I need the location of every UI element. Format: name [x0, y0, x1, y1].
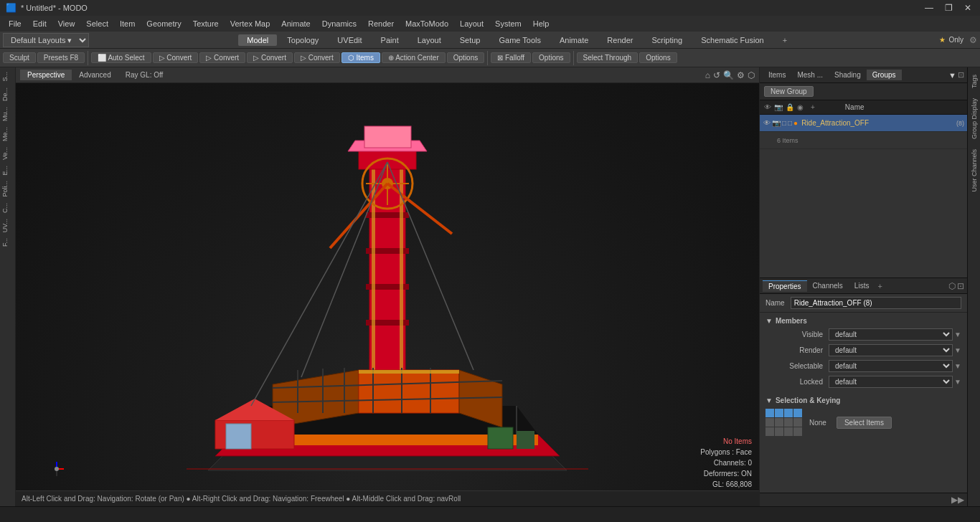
presets-button[interactable]: Presets F8 [37, 52, 85, 63]
sculpt-button[interactable]: Sculpt [3, 52, 36, 63]
menu-vertexmap[interactable]: Vertex Map [225, 18, 276, 29]
ls-uv[interactable]: UV... [0, 216, 15, 235]
ls-c[interactable]: C... [0, 200, 15, 216]
vtab-user-channels[interactable]: User Channels [969, 145, 979, 196]
gr-render-icon[interactable]: 📷 [772, 119, 781, 127]
options3-button[interactable]: Options [639, 52, 677, 63]
menu-file[interactable]: File [3, 18, 27, 29]
ls-deform[interactable]: De... [0, 85, 15, 104]
render-select[interactable]: default [829, 344, 953, 356]
convert4-button[interactable]: ▷ Convert [294, 52, 340, 63]
tab-scripting[interactable]: Scripting [643, 34, 691, 46]
minimize-button[interactable]: — [922, 3, 936, 13]
selkeying-header[interactable]: ▼ Selection & Keying [760, 395, 967, 406]
tab-add[interactable]: + [774, 34, 796, 46]
action-center-button[interactable]: ⊕ Action Center [382, 52, 446, 63]
tab-paint[interactable]: Paint [372, 34, 407, 46]
convert1-button[interactable]: ▷ Convert [153, 52, 199, 63]
close-button[interactable]: ✕ [961, 3, 974, 13]
vp-tab-advanced[interactable]: Advanced [72, 70, 118, 80]
props-tab-plus[interactable]: + [875, 282, 885, 290]
ls-vertex[interactable]: Ve... [0, 144, 15, 163]
ls-poly[interactable]: Poli... [0, 178, 15, 200]
props-tab-lists[interactable]: Lists [849, 280, 875, 291]
menu-edit[interactable]: Edit [27, 18, 52, 29]
members-header[interactable]: ▼ Members [760, 315, 967, 326]
vtab-group-display[interactable]: Group Display [969, 94, 979, 143]
col-render-icon[interactable]: 📷 [774, 103, 783, 111]
visible-arrow-icon[interactable]: ▼ [954, 331, 961, 338]
menu-maxtomodo[interactable]: MaxToModo [400, 18, 454, 29]
ls-f[interactable]: F... [0, 235, 15, 250]
ls-sculpt[interactable]: S... [0, 69, 15, 85]
vp-gear-icon[interactable]: ⚙ [737, 70, 745, 80]
tab-topology[interactable]: Topology [278, 34, 327, 46]
tab-render[interactable]: Render [598, 34, 641, 46]
gr-lock-icon[interactable]: □ [782, 119, 786, 127]
viewport-canvas[interactable]: No Items Polygons : Face Channels: 0 Def… [16, 83, 759, 506]
name-input[interactable] [791, 297, 961, 309]
selectthrough-button[interactable]: Select Through [577, 52, 639, 63]
tab-schematic[interactable]: Schematic Fusion [692, 34, 772, 46]
col-lock-icon[interactable]: 🔒 [786, 103, 794, 111]
menu-help[interactable]: Help [527, 18, 555, 29]
panel-tab-mesh[interactable]: Mesh ... [791, 70, 829, 80]
ls-multi[interactable]: Mu... [0, 104, 15, 124]
menu-render[interactable]: Render [362, 18, 400, 29]
panel-tab-expand[interactable]: ▼ [948, 71, 956, 80]
vp-tab-raygl[interactable]: Ray GL: Off [118, 70, 171, 80]
vp-tab-perspective[interactable]: Perspective [20, 70, 72, 80]
vtab-tags[interactable]: Tags [969, 70, 979, 92]
menu-layout[interactable]: Layout [454, 18, 489, 29]
menu-texture[interactable]: Texture [187, 18, 225, 29]
menu-view[interactable]: View [52, 18, 81, 29]
gr-eye-icon[interactable]: 👁 [763, 119, 771, 127]
panel-tab-items[interactable]: Items [763, 70, 791, 80]
locked-arrow-icon[interactable]: ▼ [954, 378, 961, 386]
col-sel-icon[interactable]: ◉ [797, 103, 804, 111]
props-tab-properties[interactable]: Properties [763, 280, 807, 292]
tab-layout[interactable]: Layout [409, 34, 450, 46]
tab-setup[interactable]: Setup [451, 34, 489, 46]
vp-home-icon[interactable]: ⌂ [705, 70, 710, 80]
items-button[interactable]: ⬡ Items [341, 52, 380, 63]
col-eye-icon[interactable]: 👁 [764, 103, 771, 111]
menu-item[interactable]: Item [114, 18, 141, 29]
vp-expand-icon[interactable]: ⬡ [748, 70, 755, 80]
props-tab-channels[interactable]: Channels [807, 280, 849, 291]
props-expand-icon[interactable]: ⬡ [948, 281, 956, 291]
selectable-arrow-icon[interactable]: ▼ [954, 362, 961, 370]
tab-gametools[interactable]: Game Tools [490, 34, 550, 46]
select-items-button[interactable]: Select Items [837, 417, 892, 429]
panel-expand-icon[interactable]: ⊡ [958, 70, 964, 80]
maximize-button[interactable]: ❐ [942, 3, 956, 13]
tab-uvedit[interactable]: UVEdit [329, 34, 370, 46]
ls-mesh[interactable]: Me... [0, 124, 15, 144]
settings-icon[interactable]: ⚙ [969, 35, 977, 45]
new-group-button[interactable]: New Group [764, 86, 814, 97]
convert3-button[interactable]: ▷ Convert [247, 52, 293, 63]
tab-animate[interactable]: Animate [551, 34, 597, 46]
options2-button[interactable]: Options [532, 52, 570, 63]
falloff-button[interactable]: ⊠ Falloff [491, 52, 531, 63]
layout-dropdown[interactable]: Default Layouts ▾ [3, 33, 89, 47]
panel-tab-shading[interactable]: Shading [829, 70, 867, 80]
visible-select[interactable]: default [829, 328, 953, 341]
tab-model[interactable]: Model [238, 34, 277, 46]
gr-sel-icon[interactable]: □ [788, 119, 792, 127]
menu-select[interactable]: Select [80, 18, 114, 29]
group-row-main[interactable]: 👁 📷 □ □ ● Ride_Attraction_OFF (8) [760, 115, 967, 132]
menu-geometry[interactable]: Geometry [141, 18, 187, 29]
locked-select[interactable]: default [829, 376, 953, 388]
props-popout-icon[interactable]: ⊡ [957, 281, 964, 291]
menu-dynamics[interactable]: Dynamics [316, 18, 362, 29]
ls-edge[interactable]: E... [0, 163, 15, 179]
panel-right-expand-icon[interactable]: ▶▶ [951, 495, 964, 505]
vp-refresh-icon[interactable]: ↺ [713, 70, 720, 80]
selectable-select[interactable]: default [829, 360, 953, 372]
render-arrow-icon[interactable]: ▼ [954, 346, 961, 354]
panel-tab-groups[interactable]: Groups [867, 70, 902, 80]
convert2-button[interactable]: ▷ Convert [199, 52, 245, 63]
autoselect-button[interactable]: ⬜ Auto Select [91, 52, 151, 63]
vp-search-icon[interactable]: 🔍 [723, 70, 734, 80]
